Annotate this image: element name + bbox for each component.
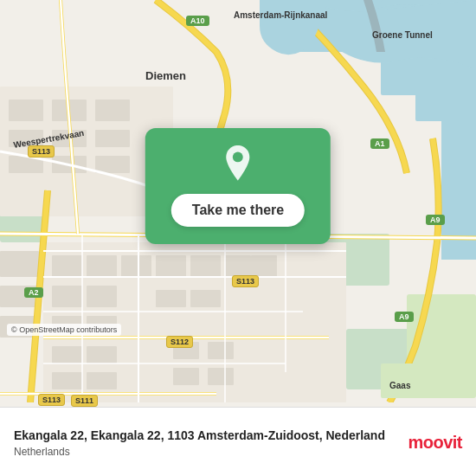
take-me-there-button[interactable]: Take me there xyxy=(171,194,305,227)
svg-rect-20 xyxy=(156,290,186,307)
a9-badge-2: A9 xyxy=(395,312,414,322)
svg-rect-43 xyxy=(95,130,130,147)
svg-rect-34 xyxy=(0,251,39,277)
svg-rect-3 xyxy=(441,87,476,260)
address-title: Ekangala 22, Ekangala 22, 1103 Amsterdam… xyxy=(14,428,397,445)
address-block: Ekangala 22, Ekangala 22, 1103 Amsterdam… xyxy=(14,428,397,459)
s113-badge-3: S113 xyxy=(38,394,65,406)
navigation-card: Take me there xyxy=(145,128,331,244)
svg-rect-15 xyxy=(121,255,151,277)
map-area: Diemen Weespertrekvaan Amsterdam-Rijnkan… xyxy=(0,0,476,407)
svg-rect-17 xyxy=(190,255,221,277)
svg-point-62 xyxy=(233,152,243,163)
svg-rect-28 xyxy=(52,372,82,389)
svg-rect-38 xyxy=(9,100,43,121)
svg-rect-33 xyxy=(208,368,234,385)
svg-rect-46 xyxy=(95,156,130,173)
s113-badge-1: S113 xyxy=(28,145,55,158)
s111-badge: S111 xyxy=(71,395,98,407)
a10-badge: A10 xyxy=(186,16,209,26)
address-country: Netherlands xyxy=(14,446,397,458)
a2-badge: A2 xyxy=(24,287,43,298)
moovit-logo: moovit xyxy=(408,433,462,453)
osm-attribution: © OpenStreetMap contributors xyxy=(7,324,121,336)
a9-badge-1: A9 xyxy=(426,215,445,225)
groene-tunnel-label: Groene Tunnel xyxy=(372,30,433,40)
svg-rect-16 xyxy=(156,255,186,277)
svg-rect-26 xyxy=(52,346,82,363)
s112-badge: S112 xyxy=(166,336,193,348)
s113-badge-2: S113 xyxy=(232,275,259,287)
svg-rect-18 xyxy=(52,286,82,307)
location-pin-icon xyxy=(219,145,257,183)
moovit-text: moovit xyxy=(408,433,462,453)
gaas-label: Gaas xyxy=(389,381,410,390)
svg-rect-22 xyxy=(225,255,251,277)
svg-rect-13 xyxy=(52,255,82,277)
svg-rect-40 xyxy=(95,100,130,121)
svg-rect-31 xyxy=(208,342,234,359)
info-bar: Ekangala 22, Ekangala 22, 1103 Amsterdam… xyxy=(0,407,476,476)
svg-rect-14 xyxy=(87,255,117,277)
moovit-m: m xyxy=(408,433,422,452)
a1-badge: A1 xyxy=(370,138,389,149)
diemen-label: Diemen xyxy=(145,69,186,82)
svg-rect-23 xyxy=(251,255,277,277)
app-container: Diemen Weespertrekvaan Amsterdam-Rijnkan… xyxy=(0,0,476,476)
svg-rect-27 xyxy=(87,346,117,363)
svg-rect-21 xyxy=(190,290,221,307)
moovit-rest: oovit xyxy=(423,433,462,452)
amsterdam-rijnkanaal-label: Amsterdam-Rijnkanaal xyxy=(234,10,327,20)
svg-rect-32 xyxy=(173,368,199,385)
svg-rect-29 xyxy=(87,372,117,389)
svg-rect-19 xyxy=(87,286,117,307)
